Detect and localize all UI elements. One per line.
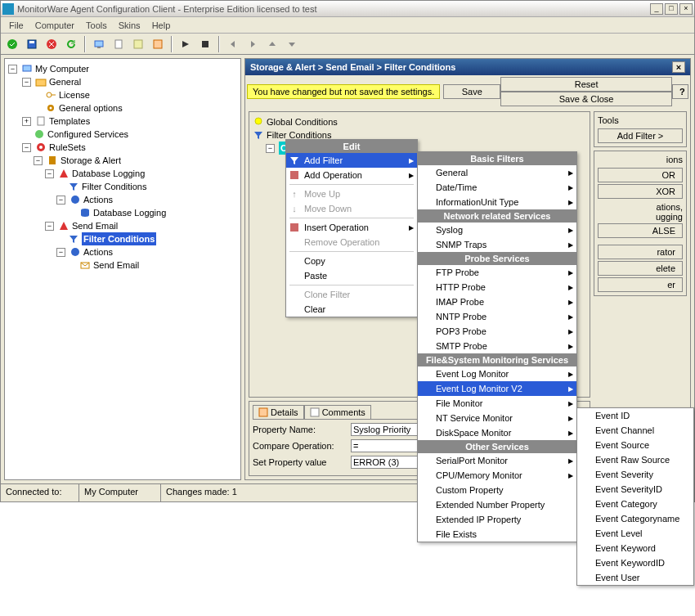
or-button[interactable]: OR [598,168,683,182]
reset-button[interactable]: Reset [500,77,672,92]
ctx3-ech[interactable]: Event Channel [577,423,693,438]
expand-toggle[interactable]: − [8,65,17,74]
left-icon[interactable] [225,36,241,52]
menu-help[interactable]: Help [147,19,176,32]
expand-toggle[interactable]: − [266,144,275,153]
wrench-icon[interactable] [130,36,146,52]
nav-tree[interactable]: −My Computer −General License General op… [4,58,241,480]
menu-skins[interactable]: Skins [114,19,146,32]
tab-comments[interactable]: Comments [304,405,371,419]
up-icon[interactable] [264,36,280,52]
expand-toggle[interactable]: − [45,169,54,178]
ctx3-ecat[interactable]: Event Category [577,497,693,511]
expand-toggle[interactable]: + [22,117,31,126]
ctx2-fm[interactable]: File Monitor [418,396,576,411]
menu-file[interactable]: File [4,19,29,32]
ctx2-enp[interactable]: Extended Number Property [418,497,576,512]
ctx2-datetime[interactable]: Date/Time [418,180,576,195]
false-button[interactable]: ALSE [598,223,683,238]
ctx3-ers[interactable]: Event Raw Source [577,452,693,467]
ctx3-ecatn[interactable]: Event Categoryname [577,511,693,526]
cancel-icon[interactable] [43,36,60,52]
ctx-insert-op[interactable]: Insert Operation [286,220,417,235]
ctx3-elvl[interactable]: Event Level [577,526,693,541]
ctx2-http[interactable]: HTTP Probe [418,280,576,295]
tree-genopt[interactable]: General options [59,101,123,115]
ctx2-elm[interactable]: Event Log Monitor [418,366,576,381]
tree-act2[interactable]: Actions [83,245,113,259]
ctx2-spm[interactable]: SerialPort Monitor [418,453,576,468]
xor-button[interactable]: XOR [598,184,683,199]
doc-icon[interactable] [110,36,127,52]
global-conditions[interactable]: Global Conditions [267,115,338,128]
panel-close-button[interactable]: × [672,61,685,73]
menu-computer[interactable]: Computer [30,19,79,32]
ctx3-euser[interactable]: Event User [577,570,693,585]
expand-toggle[interactable]: − [56,196,65,205]
ctx2-imap[interactable]: IMAP Probe [418,295,576,309]
ctx2-cp[interactable]: Custom Property [418,483,576,497]
expand-toggle[interactable]: − [45,222,54,231]
ctx2-dsm[interactable]: DiskSpace Monitor [418,425,576,440]
tree-cfgsvc[interactable]: Configured Services [47,128,128,141]
ctx2-ntsm[interactable]: NT Service Monitor [418,411,576,425]
tree-sendemail[interactable]: Send Email [72,219,118,232]
play-icon[interactable] [177,36,194,52]
props-icon[interactable] [150,36,166,52]
ctx-add-filter[interactable]: Add Filter [286,153,417,168]
ctx2-smtp[interactable]: SMTP Probe [418,339,576,353]
right-icon[interactable] [244,36,261,52]
tree-general[interactable]: General [49,75,81,88]
ctx2-fe[interactable]: File Exists [418,527,576,542]
ctx3-esev[interactable]: Event Severity [577,467,693,482]
tree-templates[interactable]: Templates [49,115,90,128]
ctx2-snmp[interactable]: SNMP Traps [418,237,576,252]
close-button[interactable]: × [679,3,693,15]
expand-toggle[interactable]: − [22,143,31,152]
ok-icon[interactable] [4,36,20,52]
tree-license[interactable]: License [59,88,90,101]
expand-toggle[interactable]: − [34,156,43,165]
ctx3-eid[interactable]: Event ID [577,408,693,423]
ctx2-eip[interactable]: Extended IP Property [418,512,576,527]
ctx2-cmm[interactable]: CPU/Memory Monitor [418,468,576,483]
delete-button[interactable]: elete [598,261,683,276]
ctx2-iut[interactable]: InformationUnit Type [418,195,576,209]
ctx2-pop3[interactable]: POP3 Probe [418,324,576,339]
tree-dbl2[interactable]: Database Logging [93,206,166,219]
prop-name-input[interactable] [351,423,424,436]
tree-fc1[interactable]: Filter Conditions [82,180,146,193]
save-icon[interactable] [24,36,40,52]
ctx3-ekw[interactable]: Event Keyword [577,541,693,555]
ctx3-esrc[interactable]: Event Source [577,438,693,452]
tree-act1[interactable]: Actions [83,193,113,206]
clone-button[interactable]: er [598,277,683,292]
save-button[interactable]: Save [443,84,500,99]
help-button[interactable]: ? [672,84,688,99]
ctx2-ftp[interactable]: FTP Probe [418,265,576,280]
tree-se2[interactable]: Send Email [93,259,139,272]
ctx-paste[interactable]: Paste [286,268,417,283]
set-prop-input[interactable] [351,456,424,469]
menu-tools[interactable]: Tools [81,19,112,32]
operator-button[interactable]: rator [598,245,683,259]
ctx-clear[interactable]: Clear [286,302,417,317]
ctx-copy[interactable]: Copy [286,254,417,268]
expand-toggle[interactable]: − [56,248,65,257]
ctx-add-operation[interactable]: Add Operation [286,168,417,182]
expand-toggle[interactable]: − [22,78,31,87]
tree-rulesets[interactable]: RuleSets [49,141,86,154]
maximize-button[interactable]: □ [665,3,678,15]
reload-icon[interactable] [63,36,79,52]
save-close-button[interactable]: Save & Close [500,92,672,106]
tree-sa[interactable]: Storage & Alert [61,154,121,167]
ctx3-ekwid[interactable]: Event KeywordID [577,555,693,570]
ctx2-nntp[interactable]: NNTP Probe [418,309,576,324]
ctx2-syslog[interactable]: Syslog [418,223,576,237]
ctx2-general[interactable]: General [418,165,576,180]
ctx3-esevid[interactable]: Event SeverityID [577,482,693,497]
add-filter-button[interactable]: Add Filter > [598,128,683,143]
tree-root[interactable]: My Computer [35,62,89,75]
compare-op-input[interactable] [351,439,424,452]
stop-icon[interactable] [197,36,213,52]
